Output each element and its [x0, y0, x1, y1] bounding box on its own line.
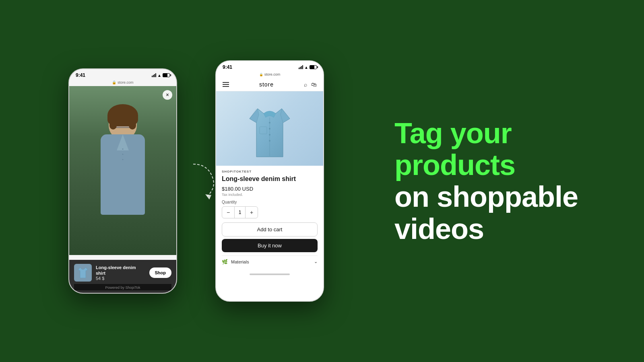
signal-bars	[152, 73, 156, 77]
left-product-name: Long-sleeve denim shirt	[96, 265, 145, 276]
right-status-bar: 9:41 ▲	[216, 61, 323, 72]
product-details: SHOPITOKTEST Long-sleeve denim shirt $18…	[216, 166, 323, 272]
person-collar	[117, 134, 129, 150]
phone-left: 9:41 ▲ 🔒 store.com	[68, 68, 177, 294]
right-url-bar: 🔒 store.com	[216, 72, 323, 78]
arrow-container	[185, 156, 221, 206]
quantity-value: 1	[234, 207, 246, 218]
left-url-bar: 🔒 store.com	[69, 80, 176, 86]
main-container: 9:41 ▲ 🔒 store.com	[0, 0, 644, 362]
product-row: Long-sleeve denim shirt 54 $ Shop	[74, 264, 171, 282]
chevron-down-icon: ⌄	[314, 259, 318, 264]
svg-point-4	[269, 134, 270, 136]
materials-row[interactable]: 🌿 Materials ⌄	[222, 255, 318, 268]
left-status-bar: 9:41 ▲	[69, 69, 176, 80]
left-video-area: ×	[69, 86, 176, 255]
right-signal-bar-3	[301, 66, 302, 69]
right-signal-bars	[299, 65, 303, 69]
quantity-increase-button[interactable]: +	[246, 207, 258, 218]
product-image-area	[216, 91, 323, 166]
right-signal-bar-1	[299, 68, 299, 69]
nav-icons: ⌕ 🛍	[304, 81, 317, 88]
store-tag: SHOPITOKTEST	[222, 170, 318, 173]
phone-right: 9:41 ▲ 🔒 store.com	[215, 60, 324, 302]
right-time: 9:41	[223, 64, 232, 70]
close-button[interactable]: ×	[163, 90, 172, 100]
left-product-price: 54 $	[96, 276, 145, 281]
denim-shirt-svg	[244, 97, 296, 161]
signal-bar-3	[154, 74, 155, 77]
product-thumbnail	[74, 264, 92, 282]
add-to-cart-button[interactable]: Add to cart	[222, 222, 318, 237]
signal-bar-4	[155, 73, 156, 77]
cart-icon[interactable]: 🛍	[311, 81, 317, 88]
svg-point-5	[269, 140, 270, 142]
tagline-line2: products	[394, 149, 515, 181]
leaf-icon: 🌿	[222, 259, 228, 265]
buy-it-now-button[interactable]: Buy it now	[222, 239, 318, 252]
hamburger-menu[interactable]	[223, 82, 229, 87]
person-body	[101, 134, 145, 215]
shirt-thumbnail-svg	[76, 266, 90, 280]
left-status-icons: ▲	[152, 73, 170, 78]
store-nav: store ⌕ 🛍	[216, 78, 323, 91]
hamburger-line-2	[223, 84, 229, 85]
right-signal-bar-4	[302, 65, 303, 69]
quantity-control: − 1 +	[222, 206, 258, 218]
person-hair	[107, 104, 138, 126]
svg-point-3	[269, 128, 270, 130]
quantity-decrease-button[interactable]: −	[222, 207, 234, 218]
left-product-overlay: Long-sleeve denim shirt 54 $ Shop Powere…	[69, 260, 176, 293]
wifi-icon: ▲	[157, 73, 161, 78]
battery-fill	[163, 74, 167, 77]
tagline: Tag your products on shoppable videos	[394, 117, 604, 245]
tagline-line3: on shoppable	[394, 181, 578, 213]
left-url-text: store.com	[118, 80, 134, 84]
right-wifi-icon: ▲	[304, 65, 308, 70]
right-battery-icon	[310, 65, 317, 69]
store-name: store	[259, 81, 274, 88]
materials-left: 🌿 Materials	[222, 259, 249, 265]
materials-label: Materials	[231, 259, 249, 264]
right-url-text: store.com	[264, 72, 281, 76]
hamburger-line-1	[223, 82, 229, 83]
hamburger-line-3	[223, 86, 229, 87]
product-price: $180.00 USD	[222, 186, 318, 192]
tagline-line1: Tag your	[394, 117, 512, 149]
svg-point-2	[269, 122, 270, 123]
lock-icon: 🔒	[112, 80, 116, 84]
battery-icon	[163, 73, 170, 77]
right-status-icons: ▲	[299, 65, 317, 70]
close-icon: ×	[166, 92, 169, 98]
right-battery-fill	[310, 66, 314, 69]
quantity-label: Quantity	[222, 200, 318, 204]
tax-note: Tax included.	[222, 193, 318, 197]
search-icon[interactable]: ⌕	[304, 81, 307, 88]
shop-button[interactable]: Shop	[149, 267, 172, 278]
product-info: Long-sleeve denim shirt 54 $	[96, 265, 145, 281]
right-lock-icon: 🔒	[259, 73, 263, 76]
left-time: 9:41	[76, 72, 85, 78]
home-indicator	[250, 274, 290, 275]
signal-bar-2	[153, 75, 154, 77]
curved-arrow-svg	[185, 156, 221, 204]
product-title: Long-sleeve denim shirt	[222, 175, 318, 183]
powered-by-text: Powered by ShopiTok	[74, 284, 171, 290]
tagline-line4: videos	[394, 212, 484, 245]
right-signal-bar-2	[300, 67, 301, 69]
tagline-text: Tag your products on shoppable videos	[394, 117, 604, 245]
signal-bar-1	[152, 76, 153, 77]
person-figure	[83, 102, 163, 255]
svg-marker-0	[205, 194, 211, 200]
